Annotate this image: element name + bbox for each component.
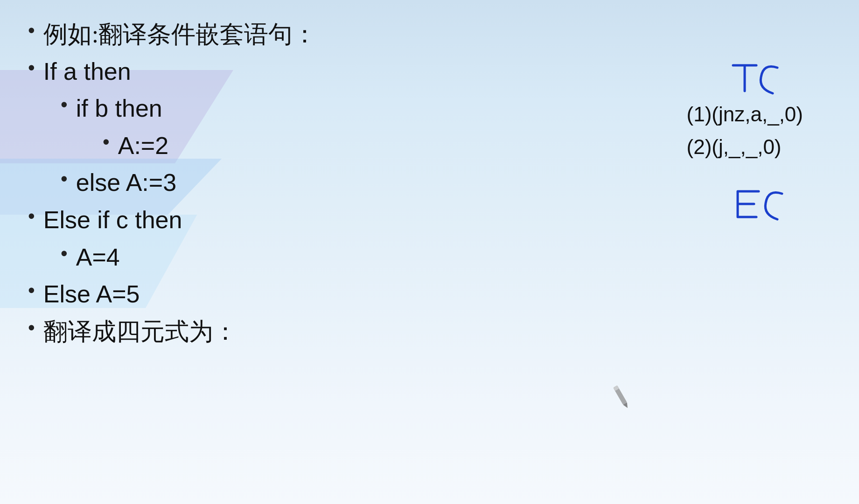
bullet-point: • (28, 206, 35, 226)
item-text: Else A=5 (43, 279, 140, 310)
item-text: Else if c then (43, 204, 182, 236)
list-item: • Else if c then (28, 204, 831, 236)
pencil-cursor-icon (607, 383, 635, 411)
item-text: if b then (76, 93, 162, 125)
list-item: • 翻译成四元式为： (28, 316, 831, 348)
item-text: 翻译成四元式为： (43, 316, 237, 348)
formula-2: (2)(j,_,_,0) (687, 131, 803, 163)
formula-1: (1)(jnz,a,_,0) (687, 98, 803, 131)
ec-label (733, 187, 789, 231)
item-text: A:=2 (118, 130, 168, 162)
bullet-point: • (28, 318, 35, 337)
formulas: (1)(jnz,a,_,0) (2)(j,_,_,0) (687, 98, 803, 164)
bullet-point: • (61, 169, 68, 189)
bullet-point: • (28, 21, 35, 40)
bullet-point: • (28, 58, 35, 77)
item-text: A=4 (76, 242, 120, 273)
bullet-point: • (61, 244, 68, 263)
bullet-point: • (103, 132, 110, 152)
item-text: If a then (43, 56, 131, 88)
list-item: • Else A=5 (28, 279, 831, 310)
list-item: • else A:=3 (28, 167, 831, 199)
bullet-point: • (61, 95, 68, 114)
bullet-point: • (28, 280, 35, 300)
item-text: else A:=3 (76, 167, 176, 199)
list-item: • A=4 (28, 242, 831, 273)
list-item: • 例如:翻译条件嵌套语句： (28, 19, 831, 50)
item-text: 例如:翻译条件嵌套语句： (43, 19, 317, 50)
list-item: • If a then (28, 56, 831, 88)
